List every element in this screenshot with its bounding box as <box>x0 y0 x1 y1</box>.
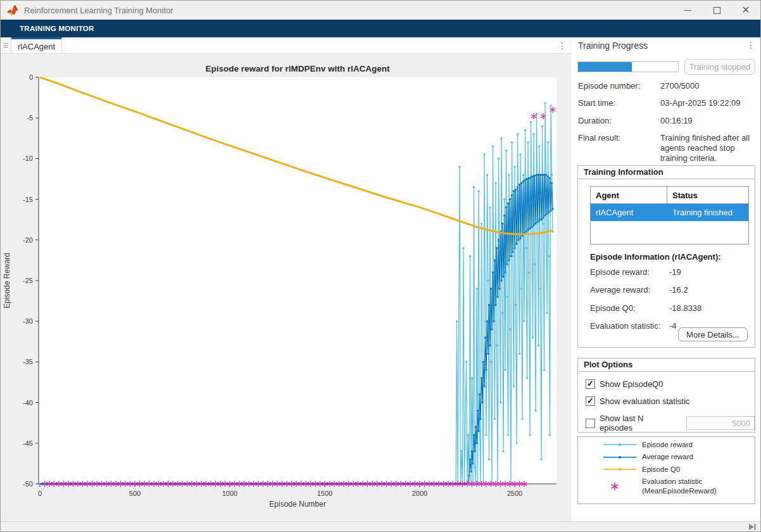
close-button[interactable]: ✕ <box>731 1 760 20</box>
svg-text:-50: -50 <box>23 480 33 488</box>
field-duration: Duration: 00:16:19 <box>578 116 755 126</box>
more-details-button[interactable]: More Details... <box>678 327 748 341</box>
column-header-status: Status <box>667 187 748 203</box>
option-show-episodeq0: Show EpisodeQ0 <box>586 379 755 389</box>
field-value: -19 <box>669 267 748 277</box>
maximize-icon <box>714 7 720 14</box>
legend-item-episode-q0: Episode Q0 <box>578 465 755 474</box>
svg-text:-35: -35 <box>23 358 33 365</box>
field-value: -18.8338 <box>669 303 748 314</box>
training-stopped-button[interactable]: Training stopped <box>684 59 755 75</box>
field-average-reward: Average reward: -16.2 <box>590 285 748 295</box>
svg-text:-25: -25 <box>23 277 33 284</box>
svg-text:1500: 1500 <box>317 490 332 497</box>
plot-legend: Episode reward Average reward Episode Q0… <box>577 436 755 504</box>
main-area: ☰ rlACAgent ⋮ Episode reward for rlMDPEn… <box>1 37 760 521</box>
field-label: Evaluation statistic: <box>590 321 669 331</box>
training-progress-panel: Training Progress ⋮ Training stopped Epi… <box>571 37 761 521</box>
field-label: Average reward: <box>590 285 669 295</box>
agent-status-table: Agent Status rlACAgent Training finished <box>590 186 749 244</box>
svg-text:500: 500 <box>129 490 141 497</box>
field-label: Duration: <box>578 116 660 126</box>
last-n-episodes-input[interactable] <box>686 416 755 430</box>
field-label: Episode Q0: <box>590 303 669 314</box>
svg-text:-30: -30 <box>23 317 33 325</box>
cell-agent: rlACAgent <box>591 208 667 217</box>
tab-label: rlACAgent <box>18 42 55 51</box>
panel-title: Training Progress <box>578 41 648 51</box>
episode-information-title: Episode Information (rlACAgent): <box>590 252 721 262</box>
evaluation-statistic-swatch-icon <box>602 482 638 491</box>
expand-right-icon[interactable] <box>748 523 757 531</box>
legend-label: Episode Q0 <box>642 465 680 474</box>
svg-text:2500: 2500 <box>507 490 522 497</box>
svg-text:0: 0 <box>29 73 33 81</box>
column-header-agent: Agent <box>591 191 667 200</box>
ribbon-tab-training-monitor[interactable]: TRAINING MONITOR <box>20 25 94 32</box>
svg-text:-5: -5 <box>27 114 33 122</box>
ribbon: TRAINING MONITOR <box>1 20 760 37</box>
cell-status: Training finished <box>667 204 748 221</box>
plot-options-title: Plot Options <box>578 358 755 372</box>
field-value: Training finished after all agents reach… <box>660 133 755 164</box>
field-episode-reward: Episode reward: -19 <box>590 267 748 277</box>
close-icon: ✕ <box>741 5 750 15</box>
average-reward-swatch-icon <box>602 453 638 462</box>
field-start-time: Start time: 03-Apr-2025 19:22:09 <box>578 98 755 108</box>
option-show-last-n-episodes: Show last N episodes <box>586 414 755 433</box>
field-episode-number: Episode number: 2700/5000 <box>578 81 755 91</box>
app-window: Reinforcement Learning Training Monitor … <box>0 0 761 532</box>
field-episode-q0: Episode Q0: -18.8338 <box>590 303 748 314</box>
legend-label: Average reward <box>642 452 693 461</box>
show-evaluation-statistic-checkbox[interactable] <box>586 396 595 406</box>
document-tab-bar: ☰ rlACAgent ⋮ <box>1 37 570 54</box>
chart-title: Episode reward for rlMDPEnv with rlACAge… <box>205 64 390 73</box>
episode-q0-swatch-icon <box>602 465 638 474</box>
y-axis-label: Episode Reward <box>3 253 11 308</box>
training-information-title: Training Information <box>578 166 755 179</box>
training-information-group: Training Information Agent Status rlACAg… <box>577 165 755 348</box>
window-title: Reinforcement Learning Training Monitor <box>24 6 173 15</box>
option-show-evaluation-statistic: Show evaluation statistic <box>586 396 755 406</box>
checkbox-label: Show evaluation statistic <box>600 396 689 406</box>
field-value: 00:16:19 <box>660 116 755 126</box>
svg-text:-45: -45 <box>23 440 33 447</box>
field-value: 03-Apr-2025 19:22:09 <box>660 98 755 108</box>
episode-reward-swatch-icon <box>602 440 638 449</box>
panel-header: Training Progress <box>571 37 761 54</box>
matlab-logo-icon <box>6 4 19 16</box>
checkbox-label: Show last N episodes <box>600 414 677 433</box>
minimize-icon <box>684 10 691 11</box>
svg-text:2000: 2000 <box>412 490 427 497</box>
svg-text:1000: 1000 <box>222 490 237 497</box>
svg-text:-40: -40 <box>23 399 33 407</box>
plot-options-group: Plot Options Show EpisodeQ0 Show evaluat… <box>577 358 755 433</box>
table-row[interactable]: rlACAgent Training finished <box>591 204 748 221</box>
panel-kebab-menu-icon[interactable]: ⋮ <box>746 40 755 50</box>
document-kebab-menu-icon[interactable]: ⋮ <box>554 37 570 53</box>
legend-item-episode-reward: Episode reward <box>578 440 755 449</box>
checkbox-label: Show EpisodeQ0 <box>600 379 663 389</box>
field-value: -16.2 <box>669 285 748 295</box>
title-bar: Reinforcement Learning Training Monitor … <box>1 1 760 20</box>
table-header-row: Agent Status <box>591 187 748 204</box>
grip-icon[interactable]: ☰ <box>1 37 11 53</box>
field-value: 2700/5000 <box>660 81 755 91</box>
tab-spacer <box>62 37 554 53</box>
field-label: Start time: <box>578 98 660 108</box>
show-last-n-episodes-checkbox[interactable] <box>586 419 595 428</box>
field-label: Episode reward: <box>590 267 669 277</box>
field-final-result: Final result: Training finished after al… <box>578 133 755 164</box>
minimize-button[interactable] <box>673 1 702 20</box>
svg-text:-10: -10 <box>23 155 33 162</box>
field-label: Final result: <box>578 133 660 164</box>
maximize-button[interactable] <box>702 1 731 20</box>
training-plot: Episode reward for rlMDPEnv with rlACAge… <box>1 54 570 521</box>
legend-item-evaluation-statistic: Evaluation statistic(MeanEpisodeReward) <box>578 477 755 495</box>
field-label: Episode number: <box>578 81 660 91</box>
tab-rlacagent[interactable]: rlACAgent <box>11 37 62 53</box>
legend-label: Evaluation statistic(MeanEpisodeReward) <box>642 477 717 495</box>
show-episodeq0-checkbox[interactable] <box>586 379 595 389</box>
legend-item-average-reward: Average reward <box>578 452 755 461</box>
status-bar <box>1 521 760 532</box>
